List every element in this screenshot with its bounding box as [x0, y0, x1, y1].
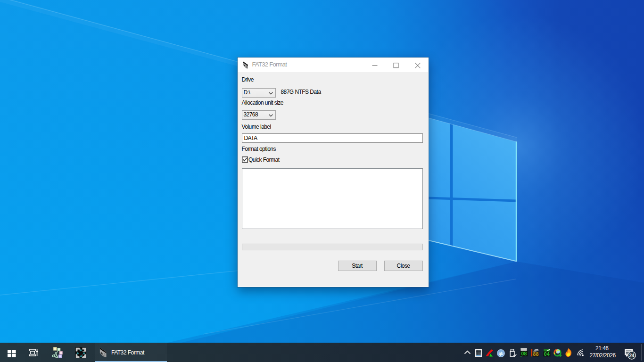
svg-text:88: 88	[533, 352, 539, 357]
svg-text:04: 04	[544, 352, 550, 357]
svg-text:24: 24	[629, 353, 635, 358]
svg-text:08: 08	[521, 351, 527, 356]
svg-text:qb: qb	[498, 351, 503, 356]
